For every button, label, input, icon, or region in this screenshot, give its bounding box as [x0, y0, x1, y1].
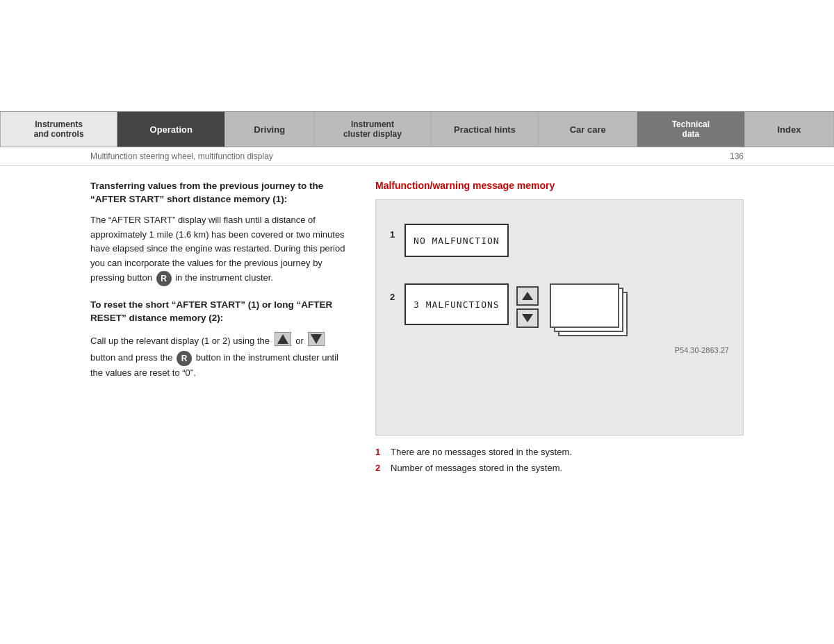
- caption-item-1: 1 There are no messages stored in the sy…: [375, 447, 744, 457]
- nav-item-index[interactable]: Index: [745, 112, 834, 147]
- caption-item-2: 2 Number of messages stored in the syste…: [375, 463, 744, 473]
- up-arrow-icon: [275, 332, 291, 351]
- page-number: 136: [730, 151, 744, 161]
- r-button-icon: R: [156, 271, 172, 286]
- nav-item-practical-hints[interactable]: Practical hints: [432, 112, 539, 147]
- nav-item-instrument-cluster[interactable]: Instrument cluster display: [314, 112, 431, 147]
- diagram-section-2: 2 3 MALFUNCTIONS: [390, 278, 729, 339]
- navigation-bar: Instruments and controls Operation Drivi…: [0, 111, 834, 147]
- nav-item-technical-data[interactable]: Technical data: [637, 112, 745, 147]
- display-text-1: NO MALFUNCTION: [414, 236, 500, 246]
- display-text-2: 3 MALFUNCTIONS: [414, 299, 500, 310]
- main-content: Transferring values from the previous jo…: [0, 166, 834, 493]
- image-reference: P54.30-2863.27: [390, 346, 729, 354]
- svg-marker-5: [522, 314, 533, 322]
- caption-text-1: There are no messages stored in the syst…: [391, 447, 572, 457]
- down-arrow-btn-box: [516, 308, 539, 328]
- body-text-2: Call up the relevant display (1 or 2) us…: [90, 332, 348, 381]
- display-box-2: 3 MALFUNCTIONS: [404, 283, 509, 325]
- nav-item-car-care[interactable]: Car care: [539, 112, 637, 147]
- right-column: Malfunction/warning message memory 1 NO …: [375, 180, 744, 479]
- r-button-icon-2: R: [177, 351, 192, 366]
- breadcrumb-text: Multifunction steering wheel, multifunct…: [90, 151, 273, 161]
- up-arrow-btn-box: [516, 286, 539, 306]
- diagram-label-1: 1: [390, 229, 395, 240]
- nav-item-operation[interactable]: Operation: [117, 112, 225, 147]
- right-section-title: Malfunction/warning message memory: [375, 180, 744, 191]
- caption-num-2: 2: [375, 463, 385, 473]
- section-title-1: Transferring values from the previous jo…: [90, 180, 348, 206]
- arrow-buttons: [516, 286, 539, 328]
- section-title-2: To reset the short “AFTER START” (1) or …: [90, 299, 348, 325]
- display-box-1: NO MALFUNCTION: [404, 224, 509, 257]
- nav-item-driving[interactable]: Driving: [225, 112, 314, 147]
- diagram-label-2: 2: [390, 292, 395, 302]
- svg-marker-4: [522, 292, 533, 300]
- down-arrow-icon: [308, 332, 325, 351]
- caption-text-2: Number of messages stored in the system.: [391, 463, 562, 473]
- left-column: Transferring values from the previous jo…: [90, 180, 348, 479]
- caption-num-1: 1: [375, 447, 385, 457]
- diagram-section-1: 1 NO MALFUNCTION: [390, 221, 729, 257]
- diagram-box: 1 NO MALFUNCTION 2 3 MALFUNCTIONS: [375, 199, 744, 436]
- nav-item-instruments[interactable]: Instruments and controls: [0, 112, 117, 147]
- stacked-pages: [550, 283, 633, 339]
- page-info-bar: Multifunction steering wheel, multifunct…: [0, 147, 834, 166]
- body-text-1: The “AFTER START” display will flash unt…: [90, 213, 348, 286]
